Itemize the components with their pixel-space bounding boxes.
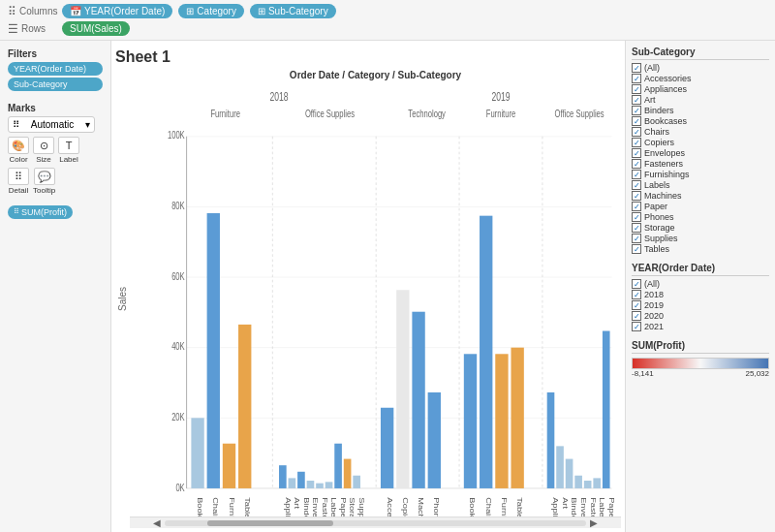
marks-type-dropdown[interactable]: ⠿ Automatic ▾	[8, 116, 95, 133]
scroll-left-arrow[interactable]: ◀	[149, 517, 165, 528]
legend-item-envelopes[interactable]: Envelopes	[632, 148, 769, 158]
filter-subcategory[interactable]: Sub-Category	[8, 78, 103, 91]
bar-2018-os-appliances[interactable]	[279, 465, 287, 488]
legend-item-binders[interactable]: Binders	[632, 106, 769, 115]
checkbox-chairs[interactable]	[632, 127, 641, 137]
svg-text:Labels: Labels	[330, 497, 337, 516]
year-legend-all[interactable]: (All)	[632, 279, 769, 289]
checkbox-year-2020[interactable]	[632, 311, 641, 321]
detail-button[interactable]: ⠿ Detail	[8, 168, 29, 195]
legend-item-bookcases[interactable]: Bookcases	[632, 116, 769, 126]
bar-2019-furniture-furnishings[interactable]	[495, 354, 508, 488]
bar-2018-furniture-furnishings[interactable]	[223, 444, 235, 488]
bottom-scrollbar[interactable]: ◀ ▶	[130, 516, 621, 528]
legend-item-tables[interactable]: Tables	[632, 244, 769, 254]
checkbox-storage[interactable]	[632, 223, 641, 233]
checkbox-year-2019[interactable]	[632, 300, 641, 310]
subcategory-pill[interactable]: ⊞ Sub-Category	[250, 4, 336, 18]
scroll-thumb[interactable]	[207, 520, 334, 526]
bar-2019-os-paper[interactable]	[603, 331, 610, 488]
legend-item-appliances[interactable]: Appliances	[632, 84, 769, 94]
legend-item-labels[interactable]: Labels	[632, 180, 769, 190]
bar-2019-furniture-chairs[interactable]	[480, 216, 492, 488]
chart-title: Order Date / Category / Sub-Category	[130, 70, 621, 80]
bar-2018-os-fasteners[interactable]	[316, 484, 324, 488]
bar-2019-os-envelopes[interactable]	[574, 476, 582, 488]
svg-text:Bookcases: Bookcases	[469, 497, 476, 516]
legend-item-paper[interactable]: Paper	[632, 202, 769, 211]
checkbox-year-all[interactable]	[632, 279, 641, 289]
checkbox-art[interactable]	[632, 95, 641, 105]
checkbox-fasteners[interactable]	[632, 159, 641, 169]
bar-2019-furniture-bookcases[interactable]	[464, 354, 477, 488]
year-legend-2021[interactable]: 2021	[632, 322, 769, 331]
checkbox-bookcases[interactable]	[632, 116, 641, 126]
checkbox-envelopes[interactable]	[632, 148, 641, 158]
legend-item-copiers[interactable]: Copiers	[632, 138, 769, 147]
bar-2018-furniture-bookcases[interactable]	[191, 418, 203, 488]
bar-2018-os-envelopes[interactable]	[307, 481, 315, 488]
legend-item-machines[interactable]: Machines	[632, 191, 769, 201]
bar-2019-os-art[interactable]	[556, 446, 564, 488]
checkbox-paper[interactable]	[632, 202, 641, 211]
legend-item-fasteners[interactable]: Fasteners	[632, 159, 769, 169]
bar-2019-os-appliances[interactable]	[547, 392, 555, 488]
y-axis-label: Sales	[115, 70, 130, 528]
scroll-track[interactable]	[165, 520, 586, 526]
checkbox-tables[interactable]	[632, 244, 641, 254]
svg-text:Bookcases: Bookcases	[196, 497, 202, 516]
category-pill[interactable]: ⊞ Category	[178, 4, 244, 18]
bar-2018-furniture-chairs[interactable]	[207, 213, 220, 488]
bar-2018-os-paper[interactable]	[334, 444, 342, 488]
bar-2018-os-labels[interactable]	[326, 482, 333, 488]
bar-2018-tech-phones[interactable]	[428, 392, 441, 488]
checkbox-furnishings[interactable]	[632, 170, 641, 179]
sum-profit-pill[interactable]: ⠿ SUM(Profit)	[8, 205, 73, 219]
bar-2018-tech-machines[interactable]	[412, 312, 424, 488]
year-pill[interactable]: 📅 YEAR(Order Date)	[62, 4, 172, 18]
label-button[interactable]: T Label	[58, 137, 79, 164]
size-button[interactable]: ⊙ Size	[33, 137, 54, 164]
legend-item-art[interactable]: Art	[632, 95, 769, 105]
legend-item-furnishings[interactable]: Furnishings	[632, 170, 769, 179]
bar-2018-os-supplies[interactable]	[353, 476, 360, 488]
bar-2019-os-fasteners[interactable]	[584, 481, 592, 488]
color-gradient	[632, 358, 769, 369]
bar-2018-tech-copiers[interactable]	[396, 290, 409, 488]
legend-item-supplies[interactable]: Supplies	[632, 234, 769, 243]
checkbox-phones[interactable]	[632, 212, 641, 222]
checkbox-accessories[interactable]	[632, 74, 641, 83]
checkbox-appliances[interactable]	[632, 84, 641, 94]
checkbox-copiers[interactable]	[632, 138, 641, 147]
scroll-right-arrow[interactable]: ▶	[586, 517, 602, 528]
legend-item-chairs[interactable]: Chairs	[632, 127, 769, 137]
checkbox-machines[interactable]	[632, 191, 641, 201]
legend-item-accessories[interactable]: Accessories	[632, 74, 769, 83]
sales-pill[interactable]: SUM(Sales)	[62, 21, 130, 36]
bar-2018-os-art[interactable]	[289, 478, 296, 488]
bar-2018-furniture-tables[interactable]	[238, 325, 251, 488]
bar-2019-os-binders[interactable]	[566, 459, 574, 488]
bar-2018-os-storage[interactable]	[344, 459, 352, 488]
tooltip-button[interactable]: 💬 Tooltip	[33, 168, 55, 195]
bar-2018-os-binders[interactable]	[297, 472, 305, 488]
svg-text:60K: 60K	[171, 271, 185, 282]
bar-2019-furniture-tables[interactable]	[511, 348, 523, 488]
checkbox-year-2018[interactable]	[632, 290, 641, 299]
legend-item-all[interactable]: (All)	[632, 63, 769, 73]
checkbox-labels[interactable]	[632, 180, 641, 190]
legend-item-storage[interactable]: Storage	[632, 223, 769, 233]
color-button[interactable]: 🎨 Color	[8, 137, 29, 164]
checkbox-year-2021[interactable]	[632, 322, 641, 331]
filter-year[interactable]: YEAR(Order Date)	[8, 62, 103, 76]
bar-2019-os-labels[interactable]	[593, 478, 601, 488]
checkbox-binders[interactable]	[632, 106, 641, 115]
checkbox-all[interactable]	[632, 63, 641, 73]
legend-item-phones[interactable]: Phones	[632, 212, 769, 222]
year-legend-2018[interactable]: 2018	[632, 290, 769, 299]
checkbox-supplies[interactable]	[632, 234, 641, 243]
year-legend-2020[interactable]: 2020	[632, 311, 769, 321]
bar-2018-tech-accessories[interactable]	[381, 408, 393, 488]
year-legend-2019[interactable]: 2019	[632, 300, 769, 310]
subcategory-legend-title: Sub-Category	[632, 47, 769, 60]
